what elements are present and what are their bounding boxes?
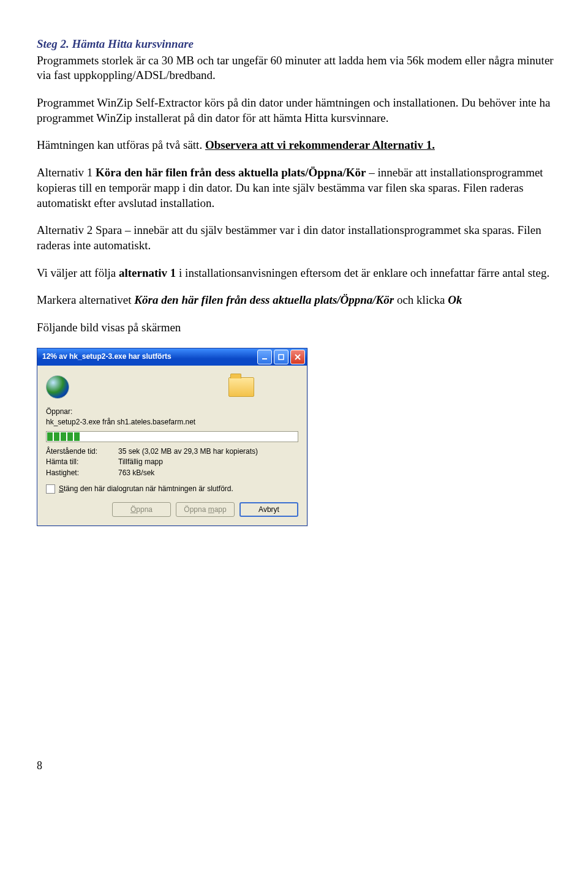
open-folder-button: Öppna mapp (176, 502, 235, 517)
text: Vi väljer att följa (37, 266, 119, 279)
opening-value: hk_setup2-3.exe från sh1.ateles.basefarm… (46, 418, 298, 427)
text: Alternativ 1 (37, 166, 96, 179)
minimize-button[interactable] (257, 350, 272, 364)
svg-rect-1 (279, 355, 284, 359)
text: och klicka (394, 293, 448, 306)
instruction-option: Köra den här filen från dess aktuella pl… (134, 293, 394, 306)
remaining-value: 35 sek (3,02 MB av 29,3 MB har kopierats… (118, 447, 258, 457)
text: Hämtningen kan utföras på två sätt. (37, 138, 205, 151)
close-button[interactable] (290, 350, 305, 364)
emphasis-recommend: Observera att vi rekommenderar Alternati… (205, 138, 435, 151)
page-number: 8 (37, 759, 557, 773)
instruction-ok: Ok (448, 293, 462, 306)
dest-row: Hämta till: Tillfällig mapp (46, 457, 298, 467)
dest-label: Hämta till: (46, 457, 118, 467)
globe-icon (46, 375, 69, 399)
remaining-label: Återstående tid: (46, 447, 118, 457)
cancel-button[interactable]: Avbryt (239, 502, 298, 517)
remaining-row: Återstående tid: 35 sek (3,02 MB av 29,3… (46, 447, 298, 457)
checkbox-icon[interactable] (46, 484, 55, 494)
dialog-title: 12% av hk_setup2-3.exe har slutförts (42, 352, 257, 362)
opening-label: Öppnar: (46, 407, 298, 417)
paragraph-two-ways: Hämtningen kan utföras på två sätt. Obse… (37, 138, 557, 153)
alt1-label: alternativ 1 (119, 266, 176, 279)
open-button: Öppna (112, 502, 171, 517)
step-heading: Steg 2. Hämta Hitta kursvinnare (37, 37, 557, 52)
paragraph-winzip: Programmet WinZip Self-Extractor körs på… (37, 96, 557, 126)
paragraph-following-image: Följande bild visas på skärmen (37, 320, 557, 336)
speed-label: Hastighet: (46, 468, 118, 478)
speed-row: Hastighet: 763 kB/sek (46, 468, 298, 478)
dialog-buttons: Öppna Öppna mapp Avbryt (46, 502, 298, 517)
paragraph-alt1: Alternativ 1 Köra den här filen från des… (37, 165, 557, 211)
checkbox-label: Stäng den här dialogrutan när hämtningen… (59, 484, 233, 494)
close-when-done-row[interactable]: Stäng den här dialogrutan när hämtningen… (46, 484, 298, 494)
alt1-bold: Köra den här filen från dess aktuella pl… (96, 166, 366, 179)
maximize-button[interactable] (274, 350, 288, 364)
text: i installationsanvisningen eftersom det … (176, 266, 549, 279)
paragraph-alt2: Alternativ 2 Spara – innebär att du själ… (37, 223, 557, 253)
progress-bar (46, 431, 298, 442)
text: Markera alternativet (37, 293, 134, 306)
dialog-body: Öppnar: hk_setup2-3.exe från sh1.ateles.… (37, 366, 307, 526)
folder-icon (228, 377, 254, 397)
paragraph-choice: Vi väljer att följa alternativ 1 i insta… (37, 266, 557, 281)
speed-value: 763 kB/sek (118, 468, 154, 478)
svg-rect-0 (262, 358, 267, 359)
dest-value: Tillfällig mapp (118, 457, 163, 467)
paragraph-instruction: Markera alternativet Köra den här filen … (37, 293, 557, 308)
download-dialog: 12% av hk_setup2-3.exe har slutförts Öpp… (37, 348, 307, 527)
paragraph-intro: Programmets storlek är ca 30 MB och tar … (37, 53, 557, 83)
dialog-titlebar[interactable]: 12% av hk_setup2-3.exe har slutförts (37, 348, 307, 366)
